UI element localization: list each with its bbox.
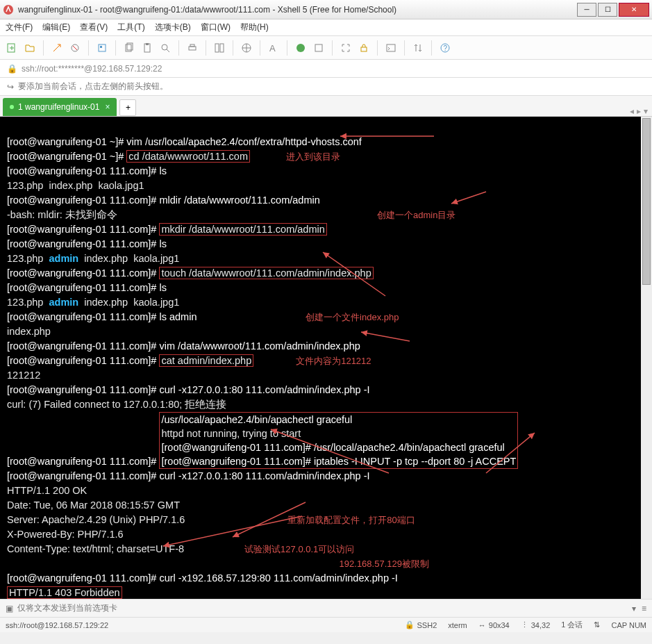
menu-edit[interactable]: 编辑(E)	[42, 22, 70, 33]
svg-rect-19	[387, 44, 395, 51]
tab-bar: 1 wangruifenglinux-01 × + ◂ ▸ ▾	[0, 96, 652, 117]
send-dropdown-icon[interactable]: ▾	[632, 604, 636, 613]
cmd-apachectl1: /usr/local/apache2.4/bin/apachectl grace…	[161, 414, 352, 425]
prompt: [root@wangruifeng-01 111.com]#	[7, 267, 159, 279]
prompt: [root@wangruifeng-01 111.com]#	[7, 282, 159, 293]
output: index.php kaola.jpg1	[78, 253, 179, 264]
output: 121212	[7, 370, 40, 381]
prompt: [root@wangruifeng-01 111.com]#	[7, 572, 159, 584]
status-bar: ssh://root@192.168.57.129:22 🔒 SSH2 xter…	[0, 617, 652, 632]
annotation: 创建一个文件index.php	[306, 312, 399, 322]
status-updown-icon: ⇅	[594, 620, 600, 629]
new-session-button[interactable]	[4, 40, 19, 56]
output-error: curl: (7) Failed connect to 127.0.0.1:80…	[7, 399, 226, 410]
menu-file[interactable]: 文件(F)	[6, 22, 33, 33]
cmd-ls: ls	[159, 165, 166, 176]
font-button[interactable]: A	[266, 40, 281, 56]
output-error: -bash: mldir: 未找到命令	[7, 209, 117, 220]
output: X-Powered-By: PHP/7.1.6	[7, 529, 124, 540]
output: 123.php index.php kaola.jpg1	[7, 180, 144, 191]
menu-help[interactable]: 帮助(H)	[240, 22, 269, 33]
status-proto: 🔒 SSH2	[405, 620, 437, 629]
prompt: [root@wangruifeng-01 111.com]#	[7, 470, 159, 481]
terminal[interactable]: [root@wangruifeng-01 ~]# vim /usr/local/…	[0, 117, 652, 599]
cmd-vim-index: vim /data/wwwroot/111.com/admin/index.ph…	[159, 340, 360, 352]
status-term: xterm	[448, 621, 467, 629]
svg-point-9	[162, 44, 167, 50]
cmd-touch: touch /data/wwwroot/111.com/admin/index.…	[159, 267, 373, 279]
globe-button[interactable]	[239, 40, 254, 56]
address-bar[interactable]: 🔒 ssh://root:********@192.168.57.129:22	[0, 60, 652, 78]
help-button[interactable]: ?	[437, 40, 453, 56]
paste-button[interactable]	[140, 40, 155, 56]
svg-rect-18	[361, 47, 367, 51]
cmd-cat: cat admin/index.php	[159, 354, 253, 367]
print-button[interactable]	[185, 40, 200, 56]
window-close-button[interactable]: ✕	[619, 3, 649, 17]
window-minimize-button[interactable]: ─	[577, 3, 596, 17]
cmd-cd: cd /data/wwwroot/111.com	[126, 150, 250, 163]
find-button[interactable]	[158, 40, 173, 56]
svg-rect-12	[215, 44, 219, 52]
annotation: 创建一个admin目录	[377, 210, 455, 220]
tab-list-icon[interactable]: ▾	[644, 106, 648, 116]
cmd-apachectl2: /usr/local/apache2.4/bin/apachectl grace…	[314, 442, 505, 453]
properties-button[interactable]	[94, 40, 110, 56]
cmd-curl3: curl -x192.168.57.129:80 111.com/admin/i…	[159, 572, 397, 584]
output-dir: admin	[49, 253, 78, 264]
add-session-icon[interactable]: ↪	[7, 82, 14, 92]
terminal-scrollbar[interactable]	[641, 117, 652, 599]
prompt: [root@wangruifeng-01 111.com]#	[7, 311, 159, 322]
color-button[interactable]	[293, 40, 308, 56]
address-text: ssh://root:********@192.168.57.129:22	[22, 64, 162, 74]
output: index.php kaola.jpg1	[78, 297, 179, 308]
cmd-iptables: iptables -I INPUT -p tcp --dport 80 -j A…	[314, 456, 516, 467]
tab-next-icon[interactable]: ▸	[637, 106, 641, 116]
session-tab[interactable]: 1 wangruifenglinux-01 ×	[3, 98, 117, 116]
fullscreen-button[interactable]	[338, 40, 353, 56]
output: index.php	[7, 326, 51, 337]
output: Date: Tue, 06 Mar 2018 08:15:57 GMT	[7, 499, 180, 511]
copy-button[interactable]	[122, 40, 137, 56]
output-http-403: HTTP/1.1 403 Forbidden	[7, 586, 122, 599]
svg-rect-17	[315, 44, 322, 51]
cmd-ls: ls	[159, 238, 166, 249]
prompt: [root@wangruifeng-01 111.com]#	[7, 165, 159, 176]
cmd-curl2: curl -x127.0.0.1:80 111.com/admin/index.…	[159, 470, 369, 481]
tab-prev-icon[interactable]: ◂	[630, 106, 634, 116]
new-tab-button[interactable]: +	[119, 99, 136, 116]
tab-close-icon[interactable]: ×	[105, 102, 110, 112]
prompt: [root@wangruifeng-01 ~]#	[7, 136, 126, 147]
output: httpd not running, trying to start	[161, 428, 301, 439]
lock-button[interactable]	[356, 40, 371, 56]
transfer-button[interactable]	[410, 40, 426, 56]
menu-icon[interactable]: ≡	[642, 604, 646, 613]
menu-view[interactable]: 查看(V)	[80, 22, 108, 33]
svg-rect-4	[100, 46, 102, 48]
annotation: 进入到该目录	[286, 151, 340, 162]
cmd-mldir: mldir /data/wwwroot/111.com/admin	[159, 195, 319, 206]
svg-line-23	[451, 192, 486, 204]
script-button[interactable]	[311, 40, 326, 56]
prompt: [root@wangruifeng-01 111.com]#	[7, 456, 159, 467]
window-maximize-button[interactable]: ☐	[598, 3, 617, 17]
svg-text:A: A	[269, 43, 276, 53]
open-button[interactable]	[22, 40, 37, 56]
cmd-vim-vhosts: vim /usr/local/apache2.4/conf/extra/http…	[126, 136, 362, 147]
menu-tab[interactable]: 选项卡(B)	[155, 22, 191, 33]
info-text: 要添加当前会话，点击左侧的箭头按钮。	[18, 81, 168, 92]
prompt: [root@wangruifeng-01 ~]#	[7, 151, 126, 162]
prompt: [root@wangruifeng-01 111.com]#	[7, 355, 159, 366]
layout-button[interactable]	[212, 40, 227, 56]
svg-rect-11	[190, 44, 194, 47]
menu-tools[interactable]: 工具(T)	[117, 22, 144, 33]
svg-rect-8	[146, 43, 149, 45]
prompt: [root@wangruifeng-01 111.com]#	[7, 195, 159, 206]
svg-rect-13	[220, 44, 224, 52]
svg-text:?: ?	[444, 44, 448, 52]
disconnect-button[interactable]	[67, 40, 83, 56]
menu-window[interactable]: 窗口(W)	[201, 22, 231, 33]
output: 123.php	[7, 253, 49, 264]
terminal-button[interactable]	[383, 40, 399, 56]
connect-button[interactable]	[49, 40, 65, 56]
